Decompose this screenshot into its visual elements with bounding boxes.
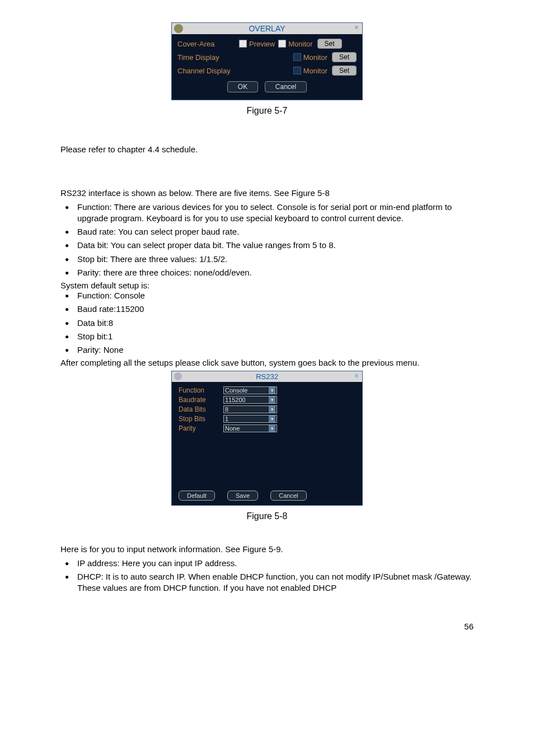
- channel-display-label: Channel Display: [177, 67, 239, 75]
- rs232-body: Function Console▾ Baudrate 115200▾ Data …: [172, 382, 362, 486]
- function-select[interactable]: Console▾: [223, 386, 277, 394]
- list-item: Baud rate: You can select proper baud ra…: [60, 226, 474, 237]
- checkbox-icon[interactable]: [293, 67, 301, 74]
- list-text: Function: There are various devices for …: [77, 202, 474, 225]
- preview-label: Preview: [249, 40, 275, 48]
- close-icon[interactable]: ×: [354, 23, 359, 32]
- databits-label: Data Bits: [179, 405, 223, 413]
- overlay-buttons: OK Cancel: [177, 79, 357, 94]
- rs232-dialog: RS232 × Function Console▾ Baudrate 11520…: [171, 371, 363, 506]
- dialog-icon: [174, 372, 182, 380]
- chevron-down-icon: ▾: [269, 416, 275, 422]
- overlay-row-channel: Channel Display Monitor Set: [177, 66, 357, 76]
- paragraph-rs232-intro: RS232 interface is shown as below. There…: [60, 188, 474, 199]
- rs232-buttons: Default Save Cancel: [172, 486, 362, 505]
- parity-select[interactable]: None▾: [223, 424, 277, 432]
- set-button[interactable]: Set: [332, 52, 357, 62]
- rs232-row-parity: Parity None▾: [179, 424, 355, 432]
- set-button[interactable]: Set: [317, 39, 342, 49]
- time-display-label: Time Display: [177, 53, 239, 62]
- stopbits-label: Stop Bits: [179, 415, 223, 423]
- list-text: Data bit:8: [77, 318, 474, 329]
- list-text: Data bit: You can select proper data bit…: [77, 240, 474, 251]
- cancel-button[interactable]: Cancel: [270, 491, 306, 501]
- paragraph-network-intro: Here is for you to input network informa…: [60, 544, 474, 555]
- baudrate-select[interactable]: 115200▾: [223, 396, 277, 404]
- select-value: Console: [225, 387, 247, 394]
- chevron-down-icon: ▾: [269, 396, 275, 403]
- function-label: Function: [179, 386, 223, 394]
- checkbox-icon[interactable]: [293, 53, 301, 61]
- rs232-title: RS232: [256, 372, 278, 381]
- page-number: 56: [60, 622, 474, 631]
- list-text: DHCP: It is to auto search IP. When enab…: [77, 571, 474, 594]
- list-item: Parity: there are three choices: none/od…: [60, 267, 474, 278]
- overlay-dialog: OVERLAY × Cover-Area Preview Monitor Set…: [171, 22, 363, 100]
- chevron-down-icon: ▾: [269, 406, 275, 413]
- baudrate-label: Baudrate: [179, 396, 223, 404]
- monitor-label: Monitor: [288, 40, 312, 48]
- rs232-row-baudrate: Baudrate 115200▾: [179, 396, 355, 404]
- cover-area-label: Cover-Area: [177, 40, 239, 48]
- list-text: Stop bit:1: [77, 331, 474, 342]
- checkbox-icon[interactable]: [278, 40, 286, 48]
- monitor-label: Monitor: [303, 53, 327, 62]
- list-item: Data bit: You can select proper data bit…: [60, 240, 474, 251]
- paragraph-after-complete: After completing all the setups please c…: [60, 358, 474, 367]
- rs232-row-stopbits: Stop Bits 1▾: [179, 415, 355, 423]
- rs232-row-function: Function Console▾: [179, 386, 355, 394]
- list-item: Parity: None: [60, 344, 474, 356]
- list-text: Function: Console: [77, 290, 474, 301]
- list-text: Stop bit: There are three values: 1/1.5/…: [77, 254, 474, 265]
- select-value: 1: [225, 416, 228, 422]
- default-button[interactable]: Default: [179, 491, 215, 501]
- select-value: 115200: [225, 396, 246, 403]
- rs232-row-databits: Data Bits 8▾: [179, 405, 355, 413]
- stopbits-select[interactable]: 1▾: [223, 415, 277, 423]
- close-icon[interactable]: ×: [354, 371, 359, 380]
- rs232-feature-list: Function: There are various devices for …: [60, 202, 474, 279]
- databits-select[interactable]: 8▾: [223, 405, 277, 413]
- list-item: Stop bit: There are three values: 1/1.5/…: [60, 254, 474, 265]
- paragraph-default-setup: System default setup is:: [60, 281, 474, 290]
- overlay-row-cover: Cover-Area Preview Monitor Set: [177, 39, 357, 49]
- parity-label: Parity: [179, 424, 223, 432]
- default-values-list: Function: Console Baud rate:115200 Data …: [60, 290, 474, 356]
- list-item: Baud rate:115200: [60, 304, 474, 315]
- monitor-label: Monitor: [303, 67, 327, 75]
- cancel-button[interactable]: Cancel: [265, 81, 307, 92]
- overlay-title: OVERLAY: [249, 24, 285, 33]
- dialog-icon: [174, 24, 183, 33]
- list-item: Stop bit:1: [60, 331, 474, 342]
- list-text: Baud rate:115200: [77, 304, 474, 315]
- list-text: Parity: None: [77, 344, 474, 356]
- figure-5-7-caption: Figure 5-7: [60, 106, 474, 116]
- chevron-down-icon: ▾: [269, 425, 275, 432]
- list-item: IP address: Here you can input IP addres…: [60, 558, 474, 569]
- list-item: DHCP: It is to auto search IP. When enab…: [60, 571, 474, 594]
- network-list: IP address: Here you can input IP addres…: [60, 558, 474, 594]
- overlay-body: Cover-Area Preview Monitor Set Time Disp…: [172, 34, 362, 100]
- save-button[interactable]: Save: [227, 491, 258, 501]
- set-button[interactable]: Set: [332, 66, 357, 76]
- chevron-down-icon: ▾: [269, 387, 275, 394]
- list-text: Parity: there are three choices: none/od…: [77, 267, 474, 278]
- overlay-title-bar: OVERLAY ×: [172, 23, 362, 34]
- paragraph-schedule: Please refer to chapter 4.4 schedule.: [60, 144, 474, 155]
- list-item: Function: Console: [60, 290, 474, 301]
- list-item: Function: There are various devices for …: [60, 202, 474, 225]
- rs232-title-bar: RS232 ×: [172, 371, 362, 382]
- list-item: Data bit:8: [60, 318, 474, 329]
- overlay-row-time: Time Display Monitor Set: [177, 52, 357, 62]
- select-value: None: [225, 425, 240, 432]
- ok-button[interactable]: OK: [227, 81, 258, 92]
- select-value: 8: [225, 406, 228, 413]
- list-text: Baud rate: You can select proper baud ra…: [77, 226, 474, 237]
- figure-5-8-caption: Figure 5-8: [60, 511, 474, 521]
- checkbox-icon[interactable]: [239, 40, 247, 48]
- list-text: IP address: Here you can input IP addres…: [77, 558, 474, 569]
